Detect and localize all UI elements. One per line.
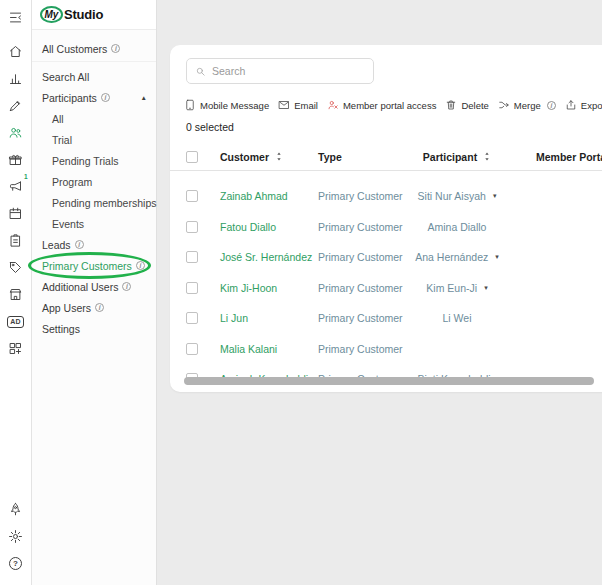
row-checkbox[interactable] <box>186 282 198 294</box>
help-glyph: ? <box>9 557 22 570</box>
settings-gear-icon[interactable] <box>3 523 29 550</box>
participant-name: Ana Hernández <box>415 251 488 263</box>
sidebar-item-label: Trial <box>52 134 72 146</box>
info-icon[interactable]: i <box>122 282 131 291</box>
column-header-type: Type <box>318 151 342 163</box>
collapse-caret-icon[interactable]: ▲ <box>141 94 147 101</box>
store-icon[interactable] <box>3 281 29 308</box>
sidebar-item-label: Additional Users <box>42 281 118 293</box>
search-icon <box>195 66 206 77</box>
export-icon <box>565 99 577 111</box>
select-all-checkbox[interactable] <box>186 151 198 163</box>
marketing-badge: 1 <box>24 173 28 180</box>
customer-link[interactable]: Malia Kalani <box>220 334 316 365</box>
sidebar-item-label: All <box>52 113 64 125</box>
table-row: José Sr. Hernández Primary Customer Ana … <box>170 242 602 273</box>
sidebar-item-app-users[interactable]: App Users i <box>32 297 156 318</box>
sidebar-item-pending-trials[interactable]: Pending Trials <box>32 150 156 171</box>
sidebar-item-all-customers[interactable]: All Customers i <box>32 36 156 62</box>
merge-info-icon[interactable]: i <box>547 101 556 110</box>
merge-icon <box>498 99 510 111</box>
sidebar-item-label: Events <box>52 218 84 230</box>
customer-link[interactable]: Kim Ji-Hoon <box>220 273 316 304</box>
participant-dropdown-caret[interactable]: ▾ <box>484 284 488 292</box>
merge-label: Merge <box>514 100 541 111</box>
participant-name: Amina Diallo <box>428 221 487 233</box>
table-row: Fatou Diallo Primary Customer Amina Dial… <box>170 212 602 243</box>
mobile-message-button[interactable]: Mobile Message <box>184 99 269 111</box>
customers-card: Mobile Message Email Member portal acces… <box>170 45 602 392</box>
rocket-icon[interactable] <box>3 496 29 523</box>
main-area: Mobile Message Email Member portal acces… <box>157 0 602 585</box>
events-calendar-icon[interactable] <box>3 200 29 227</box>
sidebar-item-primary-customers[interactable]: Primary Customers i <box>32 255 156 276</box>
ad-icon[interactable]: AD <box>3 308 29 335</box>
sidebar-item-pending-memberships[interactable]: Pending memberships <box>32 192 156 213</box>
apps-grid-icon[interactable] <box>3 335 29 362</box>
sidebar-item-participants[interactable]: Participants i ▲ <box>32 87 156 108</box>
sidebar-item-program[interactable]: Program <box>32 171 156 192</box>
marketing-megaphone-icon[interactable]: 1 <box>3 173 29 200</box>
edit-icon[interactable] <box>3 92 29 119</box>
row-checkbox[interactable] <box>186 312 198 324</box>
gift-icon[interactable] <box>3 146 29 173</box>
sidebar-item-label: All Customers <box>42 43 107 55</box>
info-icon[interactable]: i <box>75 240 84 249</box>
row-checkbox[interactable] <box>186 221 198 233</box>
help-icon[interactable]: ? <box>3 550 29 577</box>
mobile-message-icon <box>184 99 196 111</box>
export-button[interactable]: Export <box>565 99 602 111</box>
merge-button[interactable]: Merge i <box>498 99 556 111</box>
info-icon[interactable]: i <box>101 93 110 102</box>
table-row: Kim Ji-Hoon Primary Customer Kim Eun-Ji … <box>170 273 602 304</box>
info-icon[interactable]: i <box>95 303 104 312</box>
email-label: Email <box>294 100 318 111</box>
sidebar-item-label: Settings <box>42 323 80 335</box>
delete-button[interactable]: Delete <box>445 99 488 111</box>
sidebar-item-trial[interactable]: Trial <box>32 129 156 150</box>
table-row: Zainab Ahmad Primary Customer Siti Nur A… <box>170 181 602 212</box>
customer-link[interactable]: Zainab Ahmad <box>220 181 316 212</box>
customer-link[interactable]: Fatou Diallo <box>220 212 316 243</box>
logo-my: My <box>40 6 63 23</box>
column-header-participant: Participant <box>423 151 477 163</box>
delete-icon <box>445 99 457 111</box>
info-icon[interactable]: i <box>136 261 145 270</box>
column-header-member-portal: Member Portal <box>536 151 602 163</box>
customer-link[interactable]: José Sr. Hernández <box>220 242 316 273</box>
tasks-clipboard-icon[interactable] <box>3 227 29 254</box>
sidebar-item-settings[interactable]: Settings <box>32 318 156 339</box>
horizontal-scrollbar[interactable] <box>184 377 594 385</box>
collapse-menu-icon[interactable] <box>3 4 29 31</box>
reports-icon[interactable] <box>3 65 29 92</box>
search-input[interactable] <box>212 65 365 77</box>
export-label: Export <box>581 100 602 111</box>
tag-icon[interactable] <box>3 254 29 281</box>
sidebar-item-search-all[interactable]: Search All <box>32 66 156 87</box>
sidebar-item-label: Primary Customers <box>42 260 132 272</box>
search-box <box>186 58 374 84</box>
selected-count: 0 selected <box>186 121 234 133</box>
row-checkbox[interactable] <box>186 251 198 263</box>
sidebar-item-leads[interactable]: Leads i <box>32 234 156 255</box>
sidebar-item-additional-users[interactable]: Additional Users i <box>32 276 156 297</box>
mobile-message-label: Mobile Message <box>200 100 269 111</box>
email-button[interactable]: Email <box>278 99 318 111</box>
customers-icon[interactable] <box>3 119 29 146</box>
sidebar-item-events[interactable]: Events <box>32 213 156 234</box>
sort-icon[interactable] <box>275 151 283 162</box>
home-icon[interactable] <box>3 38 29 65</box>
email-icon <box>278 99 290 111</box>
sidebar: My Studio All Customers i Search All Par… <box>32 0 157 585</box>
member-portal-access-button[interactable]: Member portal access <box>327 99 436 111</box>
row-checkbox[interactable] <box>186 343 198 355</box>
participant-dropdown-caret[interactable]: ▾ <box>493 192 497 200</box>
row-checkbox[interactable] <box>186 190 198 202</box>
sort-icon[interactable] <box>483 151 491 162</box>
participant-dropdown-caret[interactable]: ▾ <box>495 253 499 261</box>
customer-link[interactable]: Li Jun <box>220 303 316 334</box>
info-icon[interactable]: i <box>111 44 120 53</box>
sidebar-item-all[interactable]: All <box>32 108 156 129</box>
icon-rail: 1 AD ? <box>0 0 32 585</box>
mystudio-logo: My Studio <box>32 0 156 30</box>
